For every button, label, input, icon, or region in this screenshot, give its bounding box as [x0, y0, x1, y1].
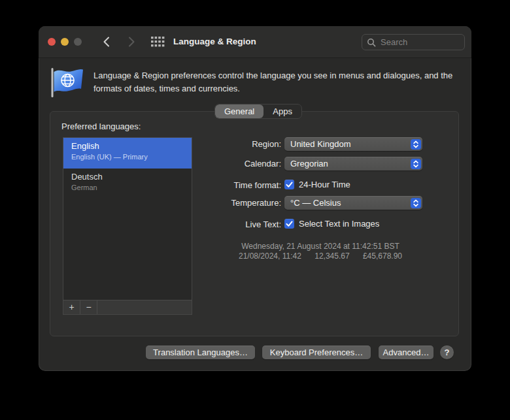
back-button[interactable] — [102, 36, 111, 48]
language-subtitle: English (UK) — Primary — [71, 153, 192, 161]
preview-long-date: Wednesday, 21 August 2024 at 11:42:51 BS… — [180, 242, 460, 251]
preview-short-datetime: 21/08/2024, 11:42 — [239, 251, 301, 261]
preferred-languages-label: Preferred languages: — [61, 121, 141, 131]
list-item-deutsch[interactable]: Deutsch German — [63, 169, 192, 199]
forward-button[interactable] — [127, 36, 136, 48]
advanced-button[interactable]: Advanced… — [379, 346, 434, 359]
translation-languages-button[interactable]: Translation Languages… — [146, 346, 255, 359]
stepper-icon — [411, 198, 421, 208]
preferences-description: Language & Region preferences control th… — [94, 69, 464, 95]
live-text-checkbox-label: Select Text in Images — [299, 219, 379, 229]
add-language-button[interactable]: + — [63, 300, 80, 314]
format-preview: Wednesday, 21 August 2024 at 11:42:51 BS… — [180, 242, 460, 261]
list-item-english[interactable]: English English (UK) — Primary — [63, 138, 192, 169]
tab-bar: General Apps — [214, 104, 302, 119]
remove-language-button[interactable]: − — [80, 300, 97, 314]
list-footer: + − — [63, 300, 192, 314]
tab-apps[interactable]: Apps — [264, 105, 301, 118]
chevron-right-icon — [127, 36, 136, 48]
language-region-window: Language & Region — [39, 26, 471, 371]
help-button[interactable]: ? — [440, 346, 454, 359]
time-format-checkbox[interactable] — [284, 180, 294, 189]
desktop: Language & Region — [0, 0, 510, 420]
preferred-languages-list: English English (UK) — Primary Deutsch G… — [63, 137, 192, 315]
keyboard-preferences-button[interactable]: Keyboard Preferences… — [262, 346, 371, 359]
calendar-value: Gregorian — [284, 157, 422, 170]
search-input[interactable] — [379, 37, 454, 48]
region-dropdown[interactable]: United Kingdom — [284, 137, 422, 151]
checkmark-icon — [284, 180, 294, 189]
grid-icon — [151, 37, 165, 47]
minimize-window-button[interactable] — [61, 38, 69, 46]
live-text-checkbox-row: Select Text in Images — [284, 218, 379, 229]
language-title: English — [71, 141, 192, 151]
chevron-left-icon — [102, 36, 111, 48]
time-format-checkbox-row: 24-Hour Time — [284, 179, 350, 189]
temperature-dropdown[interactable]: °C — Celsius — [284, 196, 422, 210]
language-title: Deutsch — [71, 172, 192, 182]
list-empty-area — [63, 199, 192, 300]
tab-general[interactable]: General — [215, 105, 264, 118]
time-format-checkbox-label: 24-Hour Time — [299, 180, 350, 189]
search-icon — [367, 38, 376, 47]
preview-number: 12,345.67 — [314, 251, 349, 261]
search-field[interactable] — [362, 34, 465, 50]
language-flag-icon — [51, 67, 84, 99]
stepper-icon — [411, 139, 421, 150]
zoom-window-button[interactable] — [74, 38, 82, 46]
region-value: United Kingdom — [284, 137, 422, 151]
live-text-checkbox[interactable] — [284, 219, 294, 229]
preview-short-formats: 21/08/2024, 11:42 12,345.67 £45,678.90 — [180, 251, 460, 261]
checkmark-icon — [284, 219, 294, 229]
temperature-value: °C — Celsius — [284, 196, 422, 210]
title-bar[interactable]: Language & Region — [39, 26, 471, 58]
stepper-icon — [411, 159, 421, 169]
show-all-preferences-button[interactable] — [151, 37, 165, 47]
preview-currency: £45,678.90 — [363, 251, 402, 261]
language-subtitle: German — [71, 184, 192, 191]
close-window-button[interactable] — [48, 38, 56, 46]
calendar-dropdown[interactable]: Gregorian — [284, 157, 422, 170]
window-title: Language & Region — [173, 26, 256, 57]
